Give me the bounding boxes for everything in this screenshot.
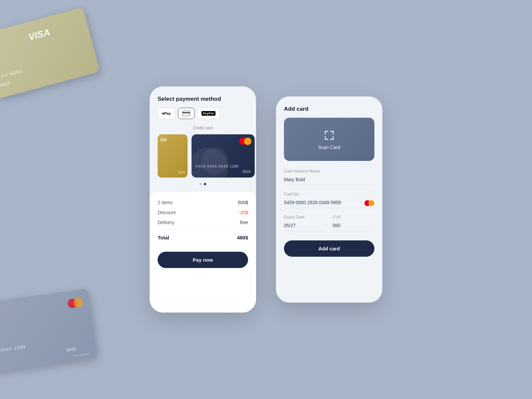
cc-label: Credit card [158,126,248,130]
dot-1 [200,183,202,185]
card-number: XXXX XXXX XXXX 1289 [196,165,239,168]
items-row: 2 items 500$ [158,200,248,205]
card-no-label: Card No. [284,192,374,197]
holder-name-label: Card Holder's Name [284,169,374,174]
expiry-group: Expiry Date [284,215,326,231]
discount-label: Discount [158,210,176,215]
add-card-screen: Add card Scan Card Card Holder's Name C [276,96,382,303]
add-card-title: Add card [284,106,374,112]
total-label: Total [158,235,169,240]
expiry-label: Expiry Date [284,215,326,219]
total-row: Total 480$ [158,235,248,240]
card-no-group: Card No. [284,192,374,208]
cvv-label: CVV [332,215,374,219]
mc-orange-circle [244,138,251,145]
scan-icon [323,129,336,142]
card-icon [182,111,190,116]
dot-2 [204,183,206,185]
payment-icons-row: ⎆Pay PayPal [158,108,248,119]
expiry-input[interactable] [284,221,326,231]
mc-mini-orange [368,200,374,206]
items-label: 2 items [158,200,173,205]
payment-header: Select payment method ⎆Pay PayPal Credit… [150,86,256,185]
summary-divider [158,230,248,230]
delivery-row: Delivery free [158,220,248,225]
carousel-dots [158,183,248,185]
card-brand-icon [364,200,374,206]
holder-name-group: Card Holder's Name [284,169,374,185]
pay-now-button[interactable]: Pay now [158,252,248,268]
scan-card-area[interactable]: Scan Card [284,118,374,161]
gold-card-expiry: 5/24 [179,171,185,174]
paypal-label: PayPal [201,111,216,116]
cvv-input[interactable] [332,221,374,231]
main-credit-card[interactable]: XXXX XXXX XXXX 1289 09/26 [192,134,255,178]
card-button[interactable] [178,108,195,119]
card-no-input[interactable] [284,199,374,208]
discount-row: Discount -20$ [158,210,248,215]
mc-logo [239,138,251,145]
card-wave-2 [201,148,228,174]
svg-rect-1 [182,112,190,113]
delivery-value: free [240,220,248,225]
total-value: 480$ [237,235,248,240]
cvv-group: CVV [332,215,374,231]
expiry-cvv-row: Expiry Date CVV [284,215,374,238]
items-value: 500$ [238,200,248,205]
gold-card-brand: SA [160,137,167,142]
order-summary: 2 items 500$ Discount -20$ Delivery free… [150,192,256,313]
scan-label: Scan Card [318,145,340,150]
payment-title: Select payment method [158,96,248,102]
card-carousel: SA 5/24 XXXX XXXX XXXX 1289 09/26 [158,134,248,183]
delivery-label: Delivery [158,220,175,225]
card-expiry: 09/26 [242,170,251,174]
discount-value: -20$ [239,210,248,215]
apple-pay-button[interactable]: ⎆Pay [158,108,175,119]
payment-method-screen: Select payment method ⎆Pay PayPal Credit… [150,86,256,313]
holder-name-input[interactable] [284,176,374,185]
apple-pay-label: ⎆Pay [162,111,171,115]
paypal-button[interactable]: PayPal [197,108,220,119]
card-no-wrapper [284,199,374,208]
add-card-button[interactable]: Add card [284,240,374,257]
main-layout: Select payment method ⎆Pay PayPal Credit… [0,0,532,399]
gold-card[interactable]: SA 5/24 [158,134,188,178]
